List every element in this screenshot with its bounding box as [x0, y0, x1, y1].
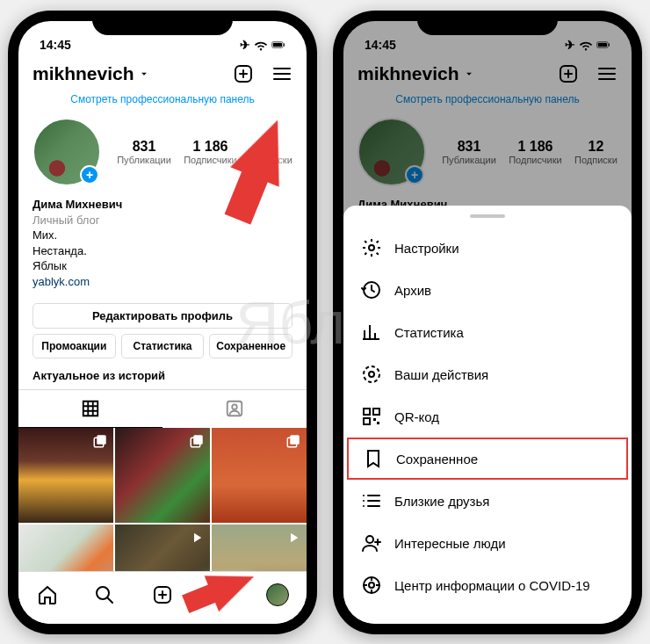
stat-followers[interactable]: 1 186 Подписчики [184, 139, 237, 165]
carousel-icon [285, 433, 301, 449]
menu-archive[interactable]: Архив [343, 269, 632, 311]
profile-tabs [18, 389, 307, 428]
phone-right: 14:45 ✈ mikhnevich [333, 11, 642, 634]
video-icon [285, 530, 301, 546]
tagged-icon [225, 399, 244, 418]
carousel-icon [189, 433, 205, 449]
svg-rect-23 [373, 409, 379, 415]
svg-point-21 [369, 372, 374, 377]
grid-post[interactable] [18, 428, 113, 523]
notch [417, 11, 558, 35]
stat-posts-value: 831 [117, 139, 171, 155]
menu-covid[interactable]: Центр информации о COVID-19 [343, 564, 632, 606]
list-icon [361, 490, 382, 511]
bio-line: Нестанда. [32, 243, 292, 259]
profile-avatar[interactable]: + [32, 118, 101, 186]
highlights-title: Актуальное из историй [18, 358, 307, 389]
nav-profile[interactable] [266, 583, 289, 606]
menu-label: Статистика [394, 325, 464, 340]
professional-dashboard-link[interactable]: Смотреть профессиональную панель [18, 90, 307, 112]
stat-followers-label: Подписчики [184, 155, 237, 165]
tab-grid[interactable] [18, 390, 162, 428]
menu-settings[interactable]: Настройки [343, 227, 632, 269]
svg-point-27 [369, 582, 374, 588]
menu-sheet: Настройки Архив Статистика [343, 206, 632, 624]
tab-tagged[interactable] [162, 390, 307, 428]
insights-button[interactable]: Статистика [121, 334, 205, 358]
video-icon [189, 530, 205, 546]
info-icon [361, 575, 382, 596]
menu-discover[interactable]: Интересные люди [343, 522, 632, 564]
add-story-badge[interactable]: + [80, 165, 99, 185]
bio-line: Мих. [32, 228, 292, 243]
saved-button[interactable]: Сохраненное [209, 334, 292, 358]
svg-rect-6 [97, 436, 106, 445]
wifi-icon [254, 39, 268, 51]
phone-left: 14:45 ✈ mikhnevich [8, 11, 317, 634]
nav-create[interactable] [151, 583, 174, 606]
bio-link[interactable]: yablyk.com [32, 274, 292, 290]
menu-label: Архив [394, 283, 431, 298]
grid-icon [81, 399, 100, 418]
svg-point-25 [366, 536, 373, 543]
svg-point-5 [232, 405, 237, 410]
archive-icon [361, 279, 382, 300]
chart-icon [361, 322, 382, 343]
svg-rect-10 [290, 436, 300, 445]
edit-profile-button[interactable]: Редактировать профиль [32, 303, 292, 329]
menu-close-friends[interactable]: Близкие друзья [343, 480, 632, 522]
sheet-handle[interactable] [470, 214, 505, 218]
menu-activity[interactable]: Ваши действия [343, 353, 632, 395]
bio: Дима Михневич Личный блог Мих. Нестанда.… [18, 192, 307, 294]
username-label: mikhnevich [32, 63, 134, 84]
create-button[interactable] [233, 63, 254, 84]
gear-icon [361, 237, 382, 258]
menu-label: QR-код [394, 409, 439, 424]
menu-button[interactable] [271, 63, 292, 84]
username-switcher[interactable]: mikhnevich [32, 63, 150, 84]
grid-post[interactable] [115, 428, 210, 523]
qr-icon [361, 406, 382, 427]
notch [92, 11, 233, 35]
battery-icon [271, 39, 285, 51]
menu-saved[interactable]: Сохраненное [347, 438, 628, 480]
menu-label: Ваши действия [394, 367, 488, 382]
grid-post[interactable] [212, 428, 307, 523]
menu-label: Близкие друзья [394, 494, 489, 509]
menu-label: Настройки [394, 241, 459, 256]
svg-point-20 [364, 366, 379, 382]
chevron-down-icon [138, 68, 150, 80]
carousel-icon [92, 433, 108, 449]
menu-qr[interactable]: QR-код [343, 395, 632, 438]
bio-line: Яблык [32, 258, 292, 274]
bottom-nav [18, 571, 307, 624]
svg-rect-1 [273, 43, 282, 47]
menu-insights[interactable]: Статистика [343, 311, 632, 353]
svg-rect-8 [193, 436, 203, 445]
menu-label: Сохраненное [396, 452, 478, 467]
promotions-button[interactable]: Промоакции [32, 334, 116, 358]
status-time: 14:45 [40, 38, 71, 52]
svg-rect-22 [364, 409, 370, 415]
nav-search[interactable] [93, 583, 116, 606]
svg-point-18 [369, 245, 374, 250]
airplane-icon: ✈ [240, 38, 250, 52]
profile-header: mikhnevich [18, 58, 307, 90]
menu-label: Интересные люди [394, 536, 506, 551]
bookmark-icon [363, 448, 384, 469]
activity-icon [361, 364, 382, 385]
menu-label: Центр информации о COVID-19 [394, 578, 590, 593]
nav-home[interactable] [36, 583, 59, 606]
stat-posts-label: Публикации [117, 155, 171, 165]
svg-rect-2 [284, 43, 285, 46]
stat-followers-value: 1 186 [184, 139, 237, 155]
svg-rect-24 [364, 418, 370, 424]
person-add-icon [361, 532, 382, 554]
stat-posts[interactable]: 831 Публикации [117, 139, 171, 165]
